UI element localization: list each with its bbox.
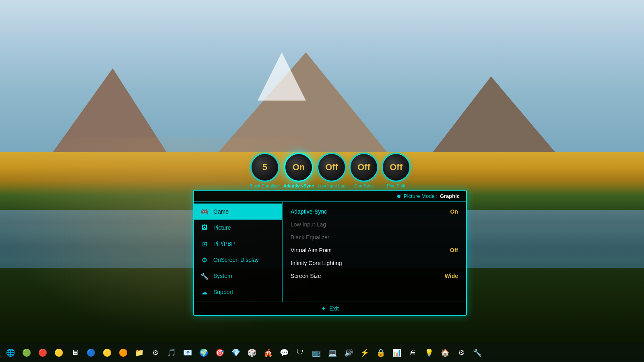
dial-label-black-equalizer: Black Equalizer xyxy=(250,183,280,188)
dial-black-equalizer[interactable]: 5Black Equalizer xyxy=(250,153,280,188)
taskbar-icon-28[interactable]: ⚙ xyxy=(454,346,469,360)
taskbar-icon-23[interactable]: 🔒 xyxy=(374,346,388,360)
taskbar-icon-8[interactable]: 📁 xyxy=(132,346,147,360)
nav-item-game[interactable]: 🎮Game xyxy=(194,204,282,220)
mountain-snow xyxy=(258,52,306,101)
setting-row-virtual-aim-point[interactable]: Virtual Aim PointOff xyxy=(283,244,466,257)
setting-row-black-equalizer-setting[interactable]: Black Equalizer xyxy=(283,231,466,244)
taskbar-icon-14[interactable]: 💎 xyxy=(229,346,243,360)
dial-circle-coresync: Off xyxy=(349,153,378,182)
taskbar-icon-12[interactable]: 🌍 xyxy=(196,346,211,360)
dial-circle-pixelshift: Off xyxy=(382,153,411,182)
picture-mode-value: Graphic xyxy=(440,193,460,199)
setting-label-low-input-lag-setting: Low Input Lag xyxy=(291,221,326,228)
dial-coresync[interactable]: OffCoreSync xyxy=(349,153,378,188)
exit-icon: ✦ xyxy=(321,305,326,312)
osd-settings: Adaptive-SyncOnLow Input LagBlack Equali… xyxy=(283,202,466,302)
taskbar-icon-22[interactable]: ⚡ xyxy=(357,346,372,360)
taskbar-icon-11[interactable]: 📧 xyxy=(180,346,195,360)
setting-label-black-equalizer-setting: Black Equalizer xyxy=(291,234,330,241)
setting-label-screen-size: Screen Size xyxy=(291,273,321,279)
dial-circle-adaptive-sync: On xyxy=(284,153,313,182)
nav-label-game: Game xyxy=(213,208,229,215)
taskbar-icon-10[interactable]: 🎵 xyxy=(164,346,179,360)
nav-item-onscreen-display[interactable]: ⚙OnScreen Display xyxy=(194,252,282,268)
osd-nav: 🎮Game🖼Picture⊞PiP/PBP⚙OnScreen Display🔧S… xyxy=(194,202,283,302)
taskbar-icon-17[interactable]: 💬 xyxy=(277,346,291,360)
setting-label-infinity-core-lighting: Infinity Core Lighting xyxy=(291,260,342,266)
taskbar-icon-9[interactable]: ⚙ xyxy=(148,346,163,360)
dial-low-input-lag[interactable]: OffLow Input Lag xyxy=(317,153,346,188)
nav-label-support: Support xyxy=(213,289,233,295)
setting-row-screen-size[interactable]: Screen SizeWide xyxy=(283,269,466,282)
taskbar-icon-16[interactable]: 🎪 xyxy=(261,346,275,360)
taskbar-icon-4[interactable]: 🖥 xyxy=(68,346,82,360)
dial-label-pixelshift: PixelShift xyxy=(387,183,405,188)
setting-value-virtual-aim-point: Off xyxy=(450,247,458,253)
nav-icon-onscreen-display: ⚙ xyxy=(200,256,208,264)
taskbar-icon-25[interactable]: 🖨 xyxy=(406,346,420,360)
dial-adaptive-sync[interactable]: OnAdaptive-Sync xyxy=(283,153,314,188)
taskbar-icon-3[interactable]: 🟡 xyxy=(52,346,66,360)
osd-panel: Picture Mode : Graphic 🎮Game🖼Picture⊞PiP… xyxy=(193,190,467,316)
dial-row: 5Black EqualizerOnAdaptive-SyncOffLow In… xyxy=(193,153,467,188)
dial-label-coresync: CoreSync xyxy=(354,183,374,188)
nav-item-system[interactable]: 🔧System xyxy=(194,268,282,284)
nav-item-support[interactable]: ☁Support xyxy=(194,284,282,300)
nav-item-pip-pbp[interactable]: ⊞PiP/PBP xyxy=(194,236,282,252)
taskbar-icon-1[interactable]: 🟢 xyxy=(19,346,34,360)
nav-icon-picture: 🖼 xyxy=(200,224,208,232)
taskbar-icon-21[interactable]: 🔊 xyxy=(341,346,356,360)
dial-label-low-input-lag: Low Input Lag xyxy=(318,183,346,188)
nav-label-system: System xyxy=(213,273,232,279)
setting-label-adaptive-sync-setting: Adaptive-Sync xyxy=(291,208,327,215)
taskbar-icon-6[interactable]: 🟡 xyxy=(100,346,114,360)
nav-label-onscreen-display: OnScreen Display xyxy=(213,257,259,263)
setting-row-infinity-core-lighting[interactable]: Infinity Core Lighting xyxy=(283,257,466,269)
exit-button[interactable]: ✦ Exit xyxy=(194,302,466,315)
setting-label-virtual-aim-point: Virtual Aim Point xyxy=(291,247,332,253)
taskbar-icon-20[interactable]: 💻 xyxy=(325,346,340,360)
picture-mode-bar: Picture Mode : Graphic xyxy=(194,191,466,202)
taskbar-icon-18[interactable]: 🛡 xyxy=(293,346,308,360)
dial-circle-black-equalizer: 5 xyxy=(250,153,279,182)
setting-value-adaptive-sync-setting: On xyxy=(450,208,458,215)
nav-label-picture: Picture xyxy=(213,224,231,231)
dial-circle-low-input-lag: Off xyxy=(317,153,346,182)
taskbar-icon-19[interactable]: 📺 xyxy=(309,346,324,360)
taskbar: 🌐🟢🔴🟡🖥🔵🟡🟠📁⚙🎵📧🌍🎯💎🎲🎪💬🛡📺💻🔊⚡🔒📊🖨💡🏠⚙🔧 xyxy=(0,343,644,362)
taskbar-icon-2[interactable]: 🔴 xyxy=(35,346,50,360)
osd-content: 🎮Game🖼Picture⊞PiP/PBP⚙OnScreen Display🔧S… xyxy=(194,202,466,302)
taskbar-icon-5[interactable]: 🔵 xyxy=(84,346,98,360)
nav-icon-system: 🔧 xyxy=(200,272,208,280)
taskbar-icon-24[interactable]: 📊 xyxy=(390,346,404,360)
picture-mode-label: Picture Mode : xyxy=(404,193,438,199)
setting-value-screen-size: Wide xyxy=(445,273,458,279)
dial-label-adaptive-sync: Adaptive-Sync xyxy=(283,183,314,188)
taskbar-icon-29[interactable]: 🔧 xyxy=(470,346,485,360)
picture-mode-dot xyxy=(397,195,400,198)
taskbar-icon-27[interactable]: 🏠 xyxy=(438,346,452,360)
setting-row-low-input-lag-setting[interactable]: Low Input Lag xyxy=(283,218,466,231)
taskbar-icon-0[interactable]: 🌐 xyxy=(3,346,18,360)
nav-icon-game: 🎮 xyxy=(200,208,208,216)
osd-container: 5Black EqualizerOnAdaptive-SyncOffLow In… xyxy=(193,153,467,316)
setting-row-adaptive-sync-setting[interactable]: Adaptive-SyncOn xyxy=(283,205,466,218)
dial-pixelshift[interactable]: OffPixelShift xyxy=(382,153,411,188)
exit-label: Exit xyxy=(329,305,339,312)
taskbar-icon-13[interactable]: 🎯 xyxy=(213,346,227,360)
taskbar-icon-7[interactable]: 🟠 xyxy=(116,346,130,360)
nav-item-picture[interactable]: 🖼Picture xyxy=(194,220,282,236)
nav-icon-pip-pbp: ⊞ xyxy=(200,240,208,248)
nav-icon-support: ☁ xyxy=(200,288,208,296)
taskbar-icon-15[interactable]: 🎲 xyxy=(245,346,259,360)
nav-label-pip-pbp: PiP/PBP xyxy=(213,241,235,247)
taskbar-icon-26[interactable]: 💡 xyxy=(422,346,436,360)
